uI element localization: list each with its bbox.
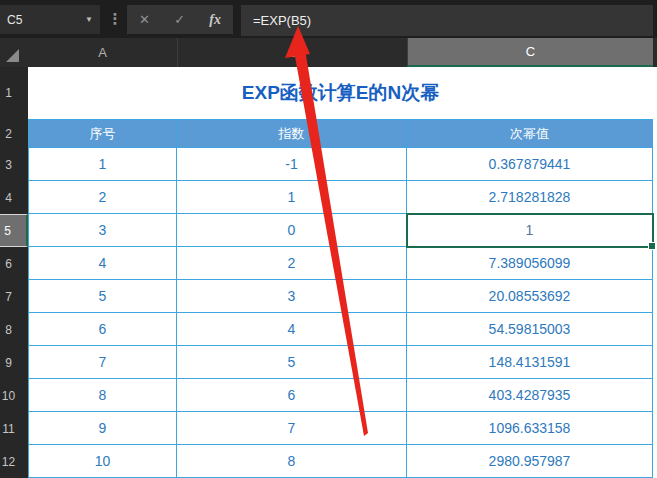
table-cell[interactable]: 8 [28, 379, 177, 412]
row-header[interactable]: 4 [0, 181, 28, 214]
table-cell[interactable]: 9 [28, 412, 177, 445]
table-cell[interactable]: 6 [177, 379, 407, 412]
row-header[interactable]: 6 [0, 247, 28, 280]
column-header-row: A B C [0, 38, 657, 67]
table-cell[interactable]: -1 [177, 148, 407, 181]
row-header[interactable]: 7 [0, 280, 28, 313]
row-header-label: 1 [5, 86, 12, 100]
table-row: 5 3 20.08553692 [28, 280, 653, 313]
table-header-label: 指数 [279, 125, 305, 143]
cell-value: 148.4131591 [489, 354, 571, 370]
cell-value: 9 [99, 420, 107, 436]
cell-value: 3 [288, 288, 296, 304]
row-header[interactable]: 12 [0, 445, 28, 478]
cell-value: -1 [285, 156, 297, 172]
insert-function-icon[interactable]: fx [209, 12, 221, 28]
row-header-label: 5 [4, 224, 11, 238]
column-header[interactable]: C [407, 38, 653, 67]
formula-input[interactable]: =EXP(B5) [241, 5, 653, 36]
table-cell[interactable]: 3 [28, 214, 177, 247]
table-cell[interactable]: 54.59815003 [407, 313, 653, 346]
cell-value: 1 [288, 189, 296, 205]
cell-value: 2 [99, 189, 107, 205]
row-header[interactable]: 1 [0, 67, 28, 119]
table-cell[interactable]: 2 [177, 247, 407, 280]
row-header[interactable]: 3 [0, 148, 28, 181]
row-header[interactable]: 10 [0, 379, 28, 412]
cancel-icon[interactable]: ✕ [139, 12, 150, 27]
row-header-label: 7 [5, 290, 12, 304]
cell-reference: C5 [7, 13, 22, 27]
fill-handle[interactable] [648, 242, 656, 250]
column-header-label: B [288, 45, 297, 60]
cell-value: 1 [99, 156, 107, 172]
cell-value: 8 [99, 387, 107, 403]
row-header[interactable]: 8 [0, 313, 28, 346]
table-cell[interactable]: 1 [28, 148, 177, 181]
table-cell[interactable]: 5 [177, 346, 407, 379]
row-header[interactable]: 9 [0, 346, 28, 379]
row-header-label: 10 [2, 389, 15, 403]
table-row: 4 2 7.389056099 [28, 247, 653, 280]
enter-icon[interactable]: ✓ [174, 12, 185, 27]
row-header[interactable]: 2 [0, 119, 28, 148]
table-cell[interactable]: 1096.633158 [407, 412, 653, 445]
table-cell[interactable]: 1 [177, 181, 407, 214]
cell-value: 20.08553692 [489, 288, 571, 304]
sheet-area: EXP函数计算E的N次幂 序号 指数 次幂值 1 -1 0.367879441 … [28, 67, 657, 478]
table-cell[interactable]: 4 [28, 247, 177, 280]
table-cell[interactable]: 4 [177, 313, 407, 346]
table-cell[interactable]: 20.08553692 [407, 280, 653, 313]
cell-value: 5 [99, 288, 107, 304]
table-cell[interactable]: 5 [28, 280, 177, 313]
column-header-label: C [526, 44, 535, 59]
table-cell[interactable]: 148.4131591 [407, 346, 653, 379]
column-header[interactable]: A [28, 38, 177, 67]
column-header[interactable]: B [177, 38, 407, 67]
table-header-cell[interactable]: 次幂值 [407, 119, 653, 148]
row-header[interactable]: 5 [0, 214, 28, 247]
row-header-label: 3 [5, 158, 12, 172]
table-cell[interactable]: 0.367879441 [407, 148, 653, 181]
table-cell[interactable]: 7.389056099 [407, 247, 653, 280]
table-cell[interactable]: 10 [28, 445, 177, 478]
table-cell[interactable]: 2980.957987 [407, 445, 653, 478]
row-header-label: 6 [5, 257, 12, 271]
cell-value: 7.389056099 [489, 255, 571, 271]
row-header-label: 9 [5, 356, 12, 370]
table-cell[interactable]: 403.4287935 [407, 379, 653, 412]
name-box[interactable]: C5 ▼ [0, 5, 100, 34]
selected-cell-border[interactable] [406, 213, 654, 248]
title-cell[interactable]: EXP函数计算E的N次幂 [28, 67, 653, 119]
table-cell[interactable]: 0 [177, 214, 407, 247]
table-cell[interactable]: 2.718281828 [407, 181, 653, 214]
table-cell[interactable]: 2 [28, 181, 177, 214]
cell-value: 6 [99, 321, 107, 337]
cell-value: 2.718281828 [489, 189, 571, 205]
table-cell[interactable]: 8 [177, 445, 407, 478]
table-header-cell[interactable]: 指数 [177, 119, 407, 148]
formula-bar: C5 ▼ ⋮ ✕ ✓ fx =EXP(B5) [0, 0, 657, 38]
spreadsheet-app: C5 ▼ ⋮ ✕ ✓ fx =EXP(B5) A B C 1 2 3 [0, 0, 657, 478]
table-row: 2 1 2.718281828 [28, 181, 653, 214]
cell-value: 7 [288, 420, 296, 436]
table-cell[interactable]: 7 [177, 412, 407, 445]
select-all-corner[interactable] [0, 38, 28, 67]
row-header-label: 2 [5, 127, 12, 141]
row-header[interactable]: 11 [0, 412, 28, 445]
table-cell[interactable]: 6 [28, 313, 177, 346]
row-header-label: 11 [2, 422, 14, 436]
table-cell[interactable]: 7 [28, 346, 177, 379]
table-header-cell[interactable]: 序号 [28, 119, 177, 148]
table-cell[interactable]: 3 [177, 280, 407, 313]
cell-value: 54.59815003 [489, 321, 571, 337]
table-row: 1 -1 0.367879441 [28, 148, 653, 181]
chevron-down-icon[interactable]: ▼ [85, 15, 93, 24]
row-header-label: 12 [2, 455, 15, 469]
sheet-title: EXP函数计算E的N次幂 [242, 80, 439, 106]
table-row: 8 6 403.4287935 [28, 379, 653, 412]
cell-value: 0.367879441 [489, 156, 571, 172]
more-options-icon[interactable]: ⋮ [105, 0, 125, 38]
cell-value: 1096.633158 [489, 420, 571, 436]
column-header-label: A [98, 45, 107, 60]
